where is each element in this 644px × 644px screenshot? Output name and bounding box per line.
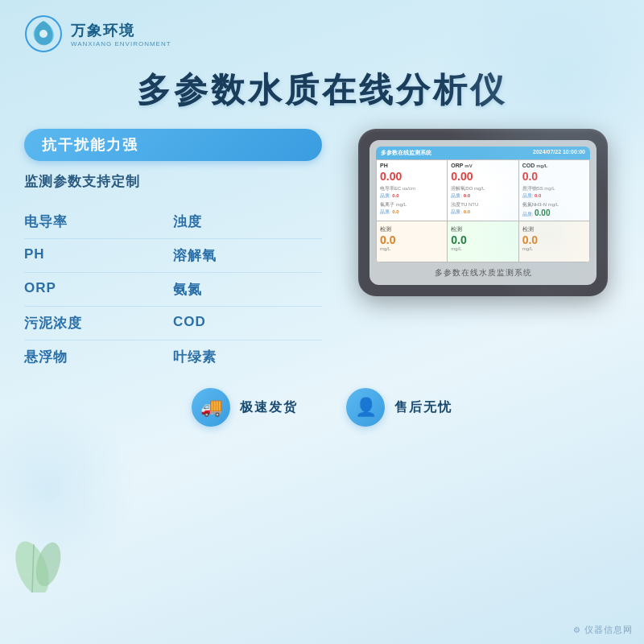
screen-datetime: 2024/07/22 10:00:00 xyxy=(533,149,585,157)
device-screen-wrap: 多参数在线监测系统 2024/07/22 10:00:00 PH 0.00 电导… xyxy=(369,140,597,285)
cell-param-ph: PH xyxy=(380,163,444,168)
highlight-tag: 抗干扰能力强 xyxy=(24,129,322,161)
cell-label-cl: 氯离子 mg/L xyxy=(380,201,444,208)
logo-wrap: 万象环境 WANXIANG ENVIRONMENT xyxy=(24,14,171,53)
cell-label-tu: 浊度TU NTU xyxy=(451,201,514,208)
leaf-decoration xyxy=(8,520,72,596)
cell2-label-c: 检测 xyxy=(522,225,586,233)
shipping-label: 极速发货 xyxy=(240,399,298,416)
screen-cell2-b: 检测 0.0 mg/L xyxy=(448,221,518,262)
param-item: PH xyxy=(24,239,173,273)
cell-label-nh3: 氨氮NH3-N mg/L xyxy=(522,201,586,208)
cell-sub-tu-val: 品质: 0.0 xyxy=(451,208,514,216)
bottom-bar: 🚚 极速发货 👤 售后无忧 xyxy=(0,374,644,435)
svg-point-1 xyxy=(31,539,65,588)
param-item: 污泥浓度 xyxy=(24,307,173,341)
cell-value-cod: 0.0 xyxy=(522,170,586,184)
screen-grid-row2: 检测 0.0 mg/L 检测 0.0 mg/L 检测 0.0 mg/L xyxy=(376,221,590,262)
cell-label-ss: 悬浮物SS mg/L xyxy=(522,185,586,192)
watermark-text: 仪器信息网 xyxy=(584,625,633,634)
cell2-label-b: 检测 xyxy=(451,225,514,233)
content-area: 抗干扰能力强 监测参数支持定制 电导率 浊度 PH 溶解氧 ORP 氨氮 污泥浓… xyxy=(0,129,644,374)
bottom-item-service: 👤 售后无忧 xyxy=(346,388,452,427)
screen-cell2-a: 检测 0.0 mg/L xyxy=(377,221,447,262)
shipping-icon: 🚚 xyxy=(192,388,230,427)
cell2-value-a: 0.0 xyxy=(380,233,444,246)
right-panel: 多参数在线监测系统 2024/07/22 10:00:00 PH 0.00 电导… xyxy=(346,129,620,296)
param-item: COD xyxy=(173,307,322,341)
screen-header: 多参数在线监测系统 2024/07/22 10:00:00 xyxy=(376,147,590,159)
brand-name-en: WANXIANG ENVIRONMENT xyxy=(71,40,171,47)
screen-cell2-c: 检测 0.0 mg/L xyxy=(519,221,589,262)
cell-sub-cl-val: 品质: 0.0 xyxy=(380,208,444,216)
param-item: 溶解氧 xyxy=(173,239,322,273)
cell-value-orp: 0.00 xyxy=(451,170,514,184)
cell2-unit-a: mg/L xyxy=(380,246,444,251)
cell-sub-nh3-val: 品质: 0.00 xyxy=(522,208,586,218)
service-icon: 👤 xyxy=(346,388,385,427)
param-item: 叶绿素 xyxy=(173,341,322,374)
sub-tag: 监测参数支持定制 xyxy=(24,172,322,191)
cell-sub-ec-val: 品质: 0.0 xyxy=(380,192,444,200)
screen-cell-orp: ORP mV 0.00 溶解氧DO mg/L 品质: 0.0 浊度TU NTU … xyxy=(448,160,518,221)
header: 万象环境 WANXIANG ENVIRONMENT xyxy=(0,0,644,60)
cell-sub-do-val: 品质: 0.0 xyxy=(451,192,514,200)
cell2-value-b: 0.0 xyxy=(451,233,514,246)
device-label: 多参数在线水质监测系统 xyxy=(376,267,590,279)
svg-point-0 xyxy=(9,537,56,592)
cell2-unit-b: mg/L xyxy=(451,246,514,251)
param-grid: 电导率 浊度 PH 溶解氧 ORP 氨氮 污泥浓度 COD 悬浮物 叶绿素 xyxy=(24,205,322,374)
logo-text: 万象环境 WANXIANG ENVIRONMENT xyxy=(71,21,171,47)
cell2-unit-c: mg/L xyxy=(522,246,586,251)
left-panel: 抗干扰能力强 监测参数支持定制 电导率 浊度 PH 溶解氧 ORP 氨氮 污泥浓… xyxy=(24,129,322,374)
screen-grid-row1: PH 0.00 电导率EC us/cm 品质: 0.0 氯离子 mg/L 品质:… xyxy=(376,159,590,221)
device-body: 多参数在线监测系统 2024/07/22 10:00:00 PH 0.00 电导… xyxy=(358,129,608,296)
bottom-item-shipping: 🚚 极速发货 xyxy=(192,388,298,427)
screen-cell-ph: PH 0.00 电导率EC us/cm 品质: 0.0 氯离子 mg/L 品质:… xyxy=(377,160,447,221)
screen-cell-cod: COD mg/L 0.0 悬浮物SS mg/L 品质: 0.0 氨氮NH3-N … xyxy=(519,160,589,221)
page-title: 多参数水质在线分析仪 xyxy=(0,60,644,129)
cell-sub-ss-val: 品质: 0.0 xyxy=(522,192,586,200)
svg-point-4 xyxy=(39,30,47,38)
screen-title: 多参数在线监测系统 xyxy=(381,149,431,157)
cell-param-cod: COD mg/L xyxy=(522,163,586,168)
footer-watermark: ⚙ 仪器信息网 xyxy=(573,624,633,636)
brand-name-cn: 万象环境 xyxy=(71,21,171,40)
param-item: 浊度 xyxy=(173,205,322,239)
cell-label-do: 溶解氧DO mg/L xyxy=(451,185,514,192)
cell-label-ec: 电导率EC us/cm xyxy=(380,185,444,192)
cell-value-ph: 0.00 xyxy=(380,170,444,184)
svg-line-2 xyxy=(32,544,34,592)
param-item: 悬浮物 xyxy=(24,341,173,374)
param-item: ORP xyxy=(24,273,173,307)
device-screen: 多参数在线监测系统 2024/07/22 10:00:00 PH 0.00 电导… xyxy=(376,147,590,262)
cell2-label-a: 检测 xyxy=(380,225,444,233)
param-item: 氨氮 xyxy=(173,273,322,307)
service-label: 售后无忧 xyxy=(394,399,452,416)
watermark-icon: ⚙ xyxy=(573,625,581,634)
cell2-value-c: 0.0 xyxy=(522,233,586,246)
logo-icon xyxy=(24,14,63,53)
cell-param-orp: ORP mV xyxy=(451,163,514,168)
param-item: 电导率 xyxy=(24,205,173,239)
